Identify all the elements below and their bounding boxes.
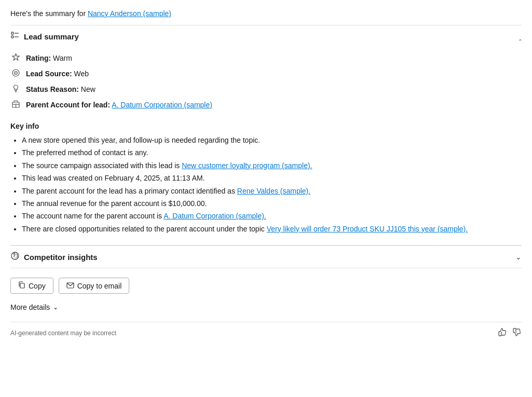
- competitor-insights-title: Competitor insights: [24, 253, 98, 262]
- svg-point-15: [15, 257, 16, 258]
- rating-label: Rating: Warm: [26, 54, 72, 62]
- competitor-insights-header[interactable]: Competitor insights ⌄: [10, 245, 522, 268]
- status-reason-icon: [10, 84, 21, 94]
- key-info-list: A new store opened this year, and follow…: [10, 134, 522, 235]
- lead-summary-section-header[interactable]: Lead summary ‸: [10, 25, 522, 47]
- feedback-icons: [498, 327, 522, 339]
- key-info-section: Key info A new store opened this year, a…: [10, 118, 522, 243]
- email-icon: [66, 282, 74, 290]
- svg-point-7: [15, 73, 16, 74]
- person-link[interactable]: Nancy Anderson (sample): [88, 9, 171, 18]
- rating-field-row: Rating: Warm: [10, 50, 522, 66]
- lead-fields: Rating: Warm Lead Source: Web Status Rea…: [10, 47, 522, 118]
- copy-button-label: Copy: [29, 282, 46, 290]
- svg-point-8: [13, 85, 18, 89]
- key-info-item-5: The parent account for the lead has a pr…: [22, 185, 522, 197]
- footer-row: AI-generated content may be incorrect: [10, 322, 522, 339]
- lead-source-field-row: Lead Source: Web: [10, 66, 522, 81]
- svg-rect-1: [11, 36, 13, 38]
- parent-account-link[interactable]: A. Datum Corporation (sample): [112, 101, 212, 109]
- lead-summary-title: Lead summary: [24, 32, 79, 41]
- lead-source-icon: [10, 69, 21, 79]
- svg-marker-4: [12, 54, 19, 61]
- key-info-item-6: The annual revenue for the parent accoun…: [22, 198, 522, 209]
- copy-icon: [18, 281, 25, 290]
- svg-rect-0: [11, 32, 13, 34]
- copy-to-email-button[interactable]: Copy to email: [59, 278, 130, 294]
- action-buttons: Copy Copy to email: [10, 268, 522, 301]
- parent-account-label: Parent Account for lead: A. Datum Corpor…: [26, 101, 212, 109]
- ai-disclaimer: AI-generated content may be incorrect: [10, 330, 116, 337]
- campaign-link[interactable]: New customer loyalty program (sample).: [182, 161, 312, 170]
- competitor-insights-icon: [10, 251, 20, 263]
- key-info-item-3: The source campaign associated with this…: [22, 160, 522, 171]
- parent-account-field-row: Parent Account for lead: A. Datum Corpor…: [10, 97, 522, 113]
- status-reason-field-row: Status Reason: New: [10, 81, 522, 97]
- key-info-title: Key info: [10, 122, 522, 130]
- thumbs-down-icon[interactable]: [512, 327, 522, 339]
- svg-rect-16: [20, 283, 24, 288]
- more-details-label: More details: [10, 303, 50, 311]
- lead-summary-header-left: Lead summary: [10, 31, 79, 42]
- rene-valdes-link[interactable]: Rene Valdes (sample).: [237, 187, 310, 195]
- copy-to-email-button-label: Copy to email: [77, 282, 122, 290]
- key-info-item-2: The preferred method of contact is any.: [22, 147, 522, 158]
- key-info-item-4: This lead was created on February 4, 202…: [22, 172, 522, 184]
- lead-summary-chevron-up-icon: ‸: [519, 32, 522, 40]
- competitor-insights-header-left: Competitor insights: [10, 251, 98, 263]
- competitor-insights-section: Competitor insights ⌄: [10, 245, 522, 268]
- key-info-item-7: The account name for the parent account …: [22, 210, 522, 222]
- more-details-chevron-icon: ⌄: [53, 304, 58, 311]
- parent-account-icon: [10, 100, 21, 110]
- opportunity-link[interactable]: Very likely will order 73 Product SKU JJ…: [267, 225, 468, 233]
- competitor-insights-chevron-down-icon: ⌄: [515, 253, 522, 261]
- status-reason-label: Status Reason: New: [26, 85, 96, 93]
- key-info-item-1: A new store opened this year, and follow…: [22, 134, 522, 146]
- copy-button[interactable]: Copy: [10, 278, 53, 294]
- lead-source-label: Lead Source: Web: [26, 70, 89, 78]
- thumbs-up-icon[interactable]: [498, 327, 507, 339]
- rating-star-icon: [10, 53, 21, 63]
- key-info-item-8: There are closed opportunities related t…: [22, 223, 522, 235]
- intro-text: Here's the summary for Nancy Anderson (s…: [10, 9, 522, 18]
- account-name-link[interactable]: A. Datum Corporation (sample).: [163, 212, 266, 220]
- lead-summary-icon: [10, 31, 20, 42]
- more-details-row[interactable]: More details ⌄: [10, 301, 522, 318]
